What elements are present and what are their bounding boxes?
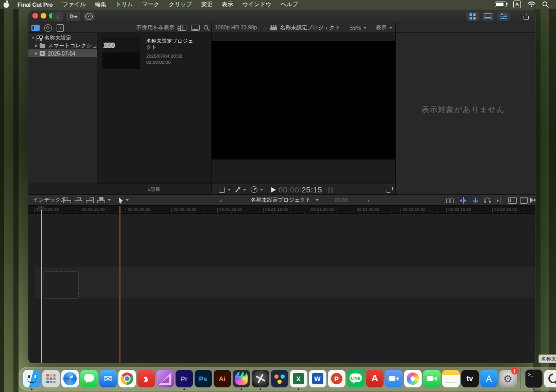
titles-generators-sidebar-button[interactable]: T: [57, 24, 64, 32]
retime-dropdown[interactable]: [251, 184, 263, 195]
dock-app[interactable]: [271, 368, 288, 389]
browser-view-button[interactable]: [191, 23, 200, 32]
overwrite-edit-dropdown[interactable]: [97, 195, 111, 205]
show-libraries-sidebar-button[interactable]: [31, 25, 40, 31]
apple-menu-icon[interactable]: [0, 0, 12, 9]
dock-app[interactable]: [385, 368, 403, 389]
dock-app[interactable]: P: [328, 368, 345, 389]
close-window-button[interactable]: [32, 13, 38, 19]
viewer-zoom-dropdown[interactable]: 55%: [350, 23, 367, 32]
menu-item[interactable]: クリップ: [164, 1, 197, 8]
dock-app[interactable]: ⚙ 1: [499, 368, 517, 389]
wifi-icon[interactable]: [528, 2, 535, 7]
solo-toggle-button[interactable]: [484, 195, 491, 205]
dock-app[interactable]: [157, 368, 174, 389]
clip-filter-dropdown[interactable]: 不採用を非表示: [136, 23, 180, 32]
dock-app[interactable]: [423, 368, 441, 389]
keyword-editor-button[interactable]: [66, 12, 80, 21]
disclosure-triangle-icon[interactable]: ▶: [35, 51, 40, 56]
dock-app[interactable]: [118, 368, 136, 389]
transform-crop-dropdown[interactable]: [219, 184, 231, 195]
dock-app[interactable]: X: [290, 368, 307, 389]
effects-wand-dropdown[interactable]: [234, 184, 246, 195]
menu-item[interactable]: 変更: [197, 1, 217, 8]
dock-app[interactable]: [80, 368, 98, 389]
dock-app[interactable]: >_: [525, 368, 543, 389]
dock-app[interactable]: [544, 368, 556, 389]
menu-item[interactable]: 編集: [90, 1, 111, 8]
dock-app[interactable]: A: [366, 368, 384, 389]
timeline-toggle-button[interactable]: [482, 12, 494, 21]
spotlight-search-icon[interactable]: [542, 1, 549, 8]
trim-tool-button[interactable]: [446, 195, 454, 205]
input-source-indicator[interactable]: A: [513, 1, 521, 8]
dock-app[interactable]: [442, 368, 460, 389]
dock-app[interactable]: Ps: [195, 368, 212, 389]
timeline-project-dropdown[interactable]: 名称未設定プロジェクト: [251, 195, 319, 205]
connect-edit-button[interactable]: [63, 195, 71, 205]
sidebar-tree-row[interactable]: ▶ 2025-07-04: [28, 49, 97, 57]
sidebar-tree-row[interactable]: ▼ 名称未設定: [28, 34, 97, 42]
skimming-toggle-button[interactable]: [460, 195, 466, 205]
timeline-history-back-button[interactable]: ‹: [220, 195, 222, 205]
clip-appearance-button[interactable]: [178, 23, 186, 32]
browser-toggle-button[interactable]: [466, 12, 479, 21]
timeline-index-button[interactable]: インデックス: [33, 195, 66, 205]
audio-skimming-toggle-button[interactable]: [472, 195, 479, 205]
insert-edit-button[interactable]: [75, 195, 82, 205]
disclosure-triangle-icon[interactable]: ▼: [31, 36, 36, 40]
dock-app[interactable]: [42, 368, 60, 389]
timeline-body[interactable]: [28, 214, 535, 363]
menu-item[interactable]: 表示: [217, 1, 238, 8]
dock-app[interactable]: ››: [137, 368, 155, 389]
photos-audio-sidebar-button[interactable]: [44, 24, 52, 32]
viewer-format-info[interactable]: 1080p HD 23.98p、…: [215, 23, 268, 32]
transitions-browser-button[interactable]: [530, 195, 535, 205]
background-tasks-button[interactable]: ✓: [83, 12, 95, 21]
dock-app[interactable]: [518, 368, 524, 389]
menu-item[interactable]: ヘルプ: [276, 1, 303, 8]
audio-meters-button[interactable]: [328, 184, 333, 195]
menu-item[interactable]: トリム: [111, 1, 137, 8]
dock-app[interactable]: A: [480, 368, 498, 389]
browser-search-button[interactable]: [203, 23, 210, 32]
minimize-window-button[interactable]: [41, 13, 46, 19]
play-button[interactable]: [271, 184, 276, 195]
dock-app[interactable]: LINE: [347, 368, 364, 389]
menu-item[interactable]: マーク: [137, 1, 164, 8]
snapping-toggle-button[interactable]: [497, 195, 503, 205]
dock-app[interactable]: ✉: [99, 368, 117, 389]
menu-item[interactable]: ウインドウ: [238, 1, 276, 8]
timeline-history-forward-button[interactable]: ›: [367, 195, 369, 205]
viewer-view-dropdown[interactable]: 表示: [376, 23, 392, 32]
dock-app[interactable]: [233, 368, 250, 389]
browser-pane[interactable]: ›››››››› 名称未設定プロジェクト 2025/07/04 20:32 00…: [97, 33, 211, 184]
dock-app[interactable]: [61, 368, 79, 389]
dock-app[interactable]: [252, 368, 269, 389]
project-thumbnail[interactable]: ››››››››: [102, 37, 140, 69]
tool-select-dropdown[interactable]: [117, 195, 129, 205]
dock-app[interactable]: [404, 368, 422, 389]
clip-appearance-button-timeline[interactable]: [508, 195, 517, 205]
menu-item[interactable]: ファイル: [58, 1, 90, 8]
timeline-ruler[interactable]: 00:00:00:00 00:00:15:00 00:00:30:00 00:0…: [28, 206, 535, 214]
project-clip-metadata[interactable]: 名称未設定プロジェクト 2025/07/04 20:32 00:00:00:00: [146, 38, 196, 65]
dock-app[interactable]: W: [309, 368, 326, 389]
playhead[interactable]: [41, 206, 42, 363]
append-edit-button[interactable]: [86, 195, 94, 205]
battery-icon[interactable]: [495, 2, 507, 7]
import-media-button[interactable]: ↓: [52, 12, 63, 21]
effects-browser-button[interactable]: [520, 195, 528, 205]
dock-app[interactable]: Pr: [176, 368, 193, 389]
inspector-toggle-button[interactable]: [497, 12, 510, 21]
viewer-timecode[interactable]: 00:00:25:15: [279, 184, 322, 195]
dock-app[interactable]: Ai: [214, 368, 231, 389]
window-titlebar[interactable]: ↓ ✓: [28, 10, 535, 23]
sidebar-tree-row[interactable]: ▶ スマートコレクション: [28, 42, 97, 49]
fullscreen-button[interactable]: [387, 184, 393, 195]
dock-app[interactable]: tv: [461, 368, 479, 389]
disclosure-triangle-icon[interactable]: ▶: [35, 44, 40, 48]
dock-app[interactable]: [23, 368, 41, 389]
menu-item[interactable]: Final Cut Pro: [12, 2, 58, 8]
share-button[interactable]: [520, 12, 532, 21]
